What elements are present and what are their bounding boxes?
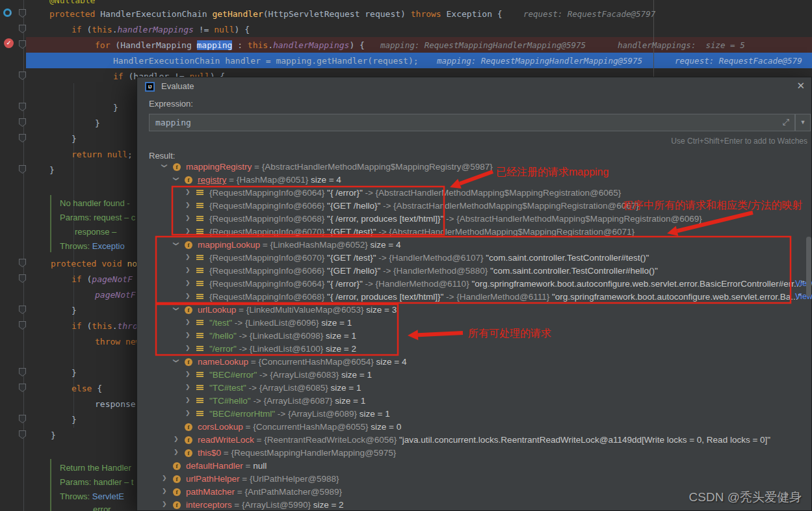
fold-marker-icon[interactable]: [19, 40, 26, 49]
tree-row[interactable]: ❯{RequestMappingInfo@6070} "{GET /test}"…: [137, 226, 812, 239]
tree-row[interactable]: ❯"/test" -> {LinkedList@6096} size = 1: [137, 317, 812, 330]
tree-row[interactable]: ❯finterceptors = {ArrayList@5990} size =…: [137, 499, 812, 511]
tree-scrollbar[interactable]: [806, 237, 811, 296]
chevron-down-icon[interactable]: ❯: [161, 163, 168, 168]
history-dropdown-button[interactable]: ▼: [795, 114, 811, 131]
chevron-right-icon[interactable]: ❯: [185, 202, 190, 208]
map-entry-icon: [196, 385, 203, 391]
fold-marker-icon[interactable]: [19, 274, 26, 283]
debugger-inline-hint: handlerMappings: size = 5: [618, 39, 745, 51]
tree-row[interactable]: ❯{RequestMappingInfo@6064} "{ /error}" -…: [137, 187, 812, 200]
tree-row[interactable]: ❯"/hello" -> {LinkedList@6098} size = 1: [137, 330, 812, 343]
fold-marker-icon[interactable]: [19, 165, 26, 174]
code-token: @Nullable: [49, 0, 95, 5]
chevron-right-icon[interactable]: ❯: [185, 215, 190, 221]
chevron-right-icon[interactable]: ❯: [162, 501, 167, 507]
fold-marker-icon[interactable]: [19, 306, 26, 314]
chevron-right-icon[interactable]: ❯: [185, 267, 190, 273]
chevron-right-icon[interactable]: ❯: [185, 345, 190, 351]
tree-row[interactable]: ❯"TC#hello" -> {ArrayList@6087} size = 1: [137, 395, 812, 408]
fold-marker-icon[interactable]: [19, 118, 26, 127]
chevron-down-icon[interactable]: ❯: [173, 306, 179, 311]
chevron-right-icon[interactable]: ❯: [185, 384, 190, 390]
fold-marker-icon[interactable]: [19, 368, 26, 376]
debugger-inline-hint: mapping: RequestMappingHandlerMapping@59…: [380, 39, 586, 51]
fold-marker-icon[interactable]: [19, 259, 26, 267]
code-token: Params: handler – t: [60, 477, 133, 487]
chevron-down-icon[interactable]: ❯: [173, 358, 179, 363]
code-token: HandlerExecutionChain: [100, 9, 212, 19]
tree-row[interactable]: ❯{RequestMappingInfo@6064} "{ /error}" -…: [137, 278, 812, 291]
tree-row[interactable]: ❯{RequestMappingInfo@6070} "{GET /test}"…: [137, 252, 812, 265]
code-line: Return the Handler: [60, 463, 131, 473]
tree-row[interactable]: ❯{RequestMappingInfo@6066} "{GET /hello}…: [137, 265, 812, 278]
tree-row[interactable]: ❯furlLookup = {LinkedMultiValueMap@6053}…: [137, 304, 812, 317]
expand-editor-icon[interactable]: ⤢: [783, 117, 789, 127]
tree-row[interactable]: ❯"TC#test" -> {ArrayList@6085} size = 1: [137, 382, 812, 395]
tree-token: {RequestMappingInfo@6070}: [209, 253, 327, 263]
fold-marker-icon[interactable]: [19, 134, 26, 142]
tree-row[interactable]: ❯fmappingLookup = {LinkedHashMap@6052} s…: [137, 239, 812, 252]
tree-row[interactable]: fcorsLookup = {ConcurrentHashMap@6055} s…: [137, 421, 812, 434]
fold-marker-icon[interactable]: [19, 415, 26, 423]
tree-row[interactable]: ❯"BEC#error" -> {ArrayList@6083} size = …: [137, 369, 812, 382]
chevron-right-icon[interactable]: ❯: [185, 254, 190, 260]
code-token: ) {: [234, 25, 249, 34]
tree-row[interactable]: ❯{RequestMappingInfo@6068} "{ /error, pr…: [137, 213, 812, 226]
tree-token: "{ /error}": [327, 188, 363, 198]
tree-row[interactable]: ❯furlPathHelper = {UrlPathHelper@5988}: [137, 473, 812, 486]
chevron-down-icon[interactable]: ❯: [173, 176, 179, 181]
tree-row[interactable]: ❯freadWriteLock = {ReentrantReadWriteLoc…: [137, 434, 812, 447]
fold-marker-icon[interactable]: [19, 430, 26, 439]
fold-marker-icon[interactable]: [19, 9, 26, 18]
chevron-right-icon[interactable]: ❯: [185, 293, 190, 299]
tree-row[interactable]: ❯"BEC#errorHtml" -> {ArrayList@6089} siz…: [137, 408, 812, 421]
breakpoint-icon[interactable]: ✓: [4, 38, 14, 48]
code-token: pageNotF: [92, 274, 133, 284]
tree-row[interactable]: ❯{RequestMappingInfo@6068} "{ /error, pr…: [137, 291, 812, 304]
tree-row[interactable]: ❯fpathMatcher = {AntPathMatcher@5989}: [137, 486, 812, 499]
chevron-right-icon[interactable]: ❯: [162, 475, 167, 481]
tree-token: -> {LinkedList@6098}: [237, 331, 323, 341]
chevron-right-icon[interactable]: ❯: [185, 319, 190, 325]
tree-row[interactable]: ❯"/error" -> {LinkedList@6100} size = 2: [137, 343, 812, 356]
expression-input[interactable]: mapping ⤢: [149, 114, 795, 131]
chevron-right-icon[interactable]: ❯: [185, 371, 190, 377]
tree-token: mappingRegistry: [186, 162, 252, 172]
code-line: }: [51, 429, 56, 441]
chevron-right-icon[interactable]: ❯: [185, 410, 190, 416]
fold-marker-icon[interactable]: [19, 72, 26, 80]
chevron-right-icon[interactable]: ❯: [185, 332, 190, 338]
code-token: if: [72, 25, 86, 34]
code-token: ;: [127, 150, 133, 159]
chevron-down-icon[interactable]: ❯: [173, 241, 179, 246]
tree-row-text: {RequestMappingInfo@6064} "{ /error}" ->…: [209, 187, 621, 199]
tree-row[interactable]: ❯{RequestMappingInfo@6066} "{GET /hello}…: [137, 200, 812, 213]
tree-row[interactable]: fdefaultHandler = null: [137, 460, 812, 473]
chevron-right-icon[interactable]: ❯: [185, 228, 190, 234]
tree-row[interactable]: ❯fregistry = {HashMap@6051} size = 4: [137, 174, 812, 187]
fold-marker-icon[interactable]: [19, 384, 26, 392]
code-line: protected HandlerExecutionChain getHandl…: [49, 8, 503, 20]
fold-marker-icon[interactable]: [19, 103, 26, 111]
override-arrow-icon: ↓: [8, 8, 12, 16]
tree-row[interactable]: ❯fnameLookup = {ConcurrentHashMap@6054} …: [137, 356, 812, 369]
tree-token: -> {ArrayList@6087}: [251, 396, 333, 406]
code-token: throws: [411, 9, 447, 19]
tree-token: -> {HandlerMethod@6110}: [363, 279, 472, 289]
tree-token: corsLookup: [198, 422, 243, 432]
code-token: for: [95, 40, 115, 50]
tree-token: "/test": [209, 318, 232, 328]
chevron-right-icon[interactable]: ❯: [185, 280, 190, 286]
close-icon[interactable]: ✕: [796, 80, 805, 92]
chevron-right-icon[interactable]: ❯: [174, 449, 179, 455]
fold-marker-icon[interactable]: [19, 25, 26, 33]
fold-marker-icon[interactable]: [19, 321, 26, 330]
tree-row[interactable]: ❯fthis$0 = {RequestMappingHandlerMapping…: [137, 447, 812, 460]
chevron-right-icon[interactable]: ❯: [185, 189, 190, 195]
chevron-right-icon[interactable]: ❯: [185, 397, 190, 403]
chevron-right-icon[interactable]: ❯: [174, 436, 179, 442]
code-token: ServletE: [92, 491, 124, 501]
chevron-right-icon[interactable]: ❯: [162, 488, 167, 494]
tree-row[interactable]: ❯fmappingRegistry = {AbstractHandlerMeth…: [137, 161, 812, 174]
